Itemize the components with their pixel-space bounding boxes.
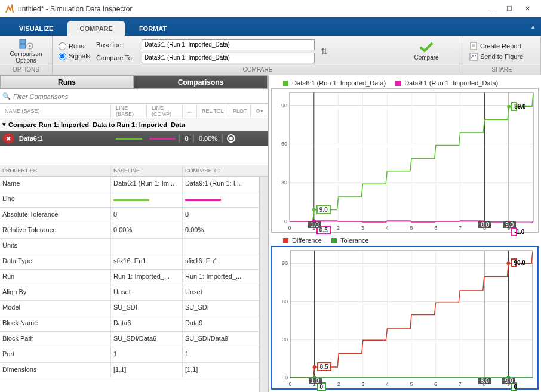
svg-text:30: 30 [281,180,287,186]
create-report-button[interactable]: Create Report [469,42,523,50]
filter-input[interactable] [13,93,265,100]
property-row: NameData6:1 (Run 1: Im...Data9:1 (Run 1:… [0,177,259,192]
property-row: Align ByUnsetUnset [0,285,259,301]
radio-signals[interactable]: Signals [59,53,90,60]
property-row: Relative Tolerance0.00%0.00% [0,223,259,239]
toolstrip-tabs: VISUALIZE COMPARE FORMAT ▴ [0,18,541,36]
svg-text:7: 7 [459,381,462,387]
svg-point-40 [312,208,316,212]
property-row: Data Typesfix16_En1sfix16_En1 [0,254,259,270]
send-to-figure-button[interactable]: Send to Figure [469,53,523,61]
right-pane: Data6:1 (Run 1: Imported_Data) Data9:1 (… [269,75,541,392]
checkmark-icon [419,41,434,53]
baseline-label: Baseline: [96,41,138,48]
tab-format[interactable]: FORMAT [127,21,179,36]
plot-radio[interactable] [222,134,239,143]
svg-rect-7 [470,53,477,60]
property-row: Units [0,239,259,254]
matlab-icon [5,4,14,14]
subtab-comparisons[interactable]: Comparisons [134,75,268,89]
svg-text:0: 0 [288,381,291,387]
group-label-options: OPTIONS [0,64,52,75]
collapse-toolstrip-icon[interactable]: ▴ [531,23,535,30]
subtab-runs[interactable]: Runs [0,75,134,89]
left-pane: Runs Comparisons 🔍 NAME (BASE) LINE (BAS… [0,75,269,392]
svg-text:6: 6 [434,225,437,231]
window-title: untitled* - Simulation Data Inspector [18,5,482,13]
svg-text:7: 7 [459,225,462,231]
svg-point-41 [507,105,511,109]
svg-text:6: 6 [434,381,437,387]
options-icon [19,39,33,50]
baseline-input[interactable] [142,39,315,50]
svg-rect-1 [20,44,26,48]
property-row: ModelSU_SDISU_SDI [0,301,259,316]
compareto-input[interactable] [142,53,315,63]
group-label-share: SHARE [463,64,540,75]
svg-text:5: 5 [410,381,413,387]
figure-icon [469,53,478,61]
comparison-options-button[interactable]: Comparison Options [6,38,46,64]
chart-difference-tolerance[interactable]: 030609001234567898.590.0001.08.09.0 [271,246,539,390]
maximize-button[interactable]: ☐ [500,3,518,15]
property-row: Block NameData6Data9 [0,316,259,332]
compareto-label: Compare To: [96,54,138,61]
scrollbar[interactable] [259,177,268,392]
radio-runs[interactable]: Runs [59,42,90,50]
main-area: Runs Comparisons 🔍 NAME (BASE) LINE (BAS… [0,75,541,392]
svg-text:0: 0 [285,375,288,381]
svg-text:3: 3 [361,225,364,231]
chart2-legend: Difference Tolerance [271,235,539,246]
property-row: Line [0,192,259,208]
svg-text:0: 0 [284,218,287,224]
chart1-legend: Data6:1 (Run 1: Imported_Data) Data9:1 (… [271,78,539,88]
property-row: Absolute Tolerance00 [0,208,259,223]
svg-point-3 [29,45,30,47]
svg-text:5: 5 [410,225,413,231]
svg-point-77 [506,261,510,265]
report-icon [469,42,478,50]
svg-text:30: 30 [282,337,288,342]
chart-baseline-compare[interactable]: 030609001234567899.089.00.5-1.01.08.09.0 [271,88,539,233]
search-icon: 🔍 [2,92,11,100]
svg-rect-0 [20,39,26,44]
swap-button[interactable]: ⇅ [321,47,328,56]
property-row: Dimensions[1,1][1,1] [0,363,259,378]
svg-text:4: 4 [386,225,389,231]
minimize-button[interactable]: — [482,3,500,15]
properties-table[interactable]: NameData6:1 (Run 1: Im...Data9:1 (Run 1:… [0,177,259,392]
svg-text:60: 60 [281,141,287,147]
svg-text:3: 3 [361,381,364,387]
error-badge-icon: ✖ [2,133,14,144]
svg-text:2: 2 [337,381,340,387]
property-row: RunRun 1: Imported_...Run 1: Imported_..… [0,270,259,285]
svg-text:90: 90 [281,103,287,109]
toolstrip: Comparison Options OPTIONS Runs Signals … [0,36,541,75]
compare-button[interactable]: Compare [396,41,457,61]
column-headers: NAME (BASE) LINE (BASE) LINE (COMP) ... … [0,104,268,118]
tab-compare[interactable]: COMPARE [67,21,124,36]
svg-text:4: 4 [386,381,389,387]
svg-text:90: 90 [282,260,288,266]
property-row: Port11 [0,347,259,363]
tab-visualize[interactable]: VISUALIZE [7,21,65,36]
close-button[interactable]: ✕ [518,3,536,15]
property-row: Block PathSU_SDI/Data6SU_SDI/Data9 [0,332,259,347]
signal-row-data6[interactable]: ✖ Data6:1 0 0.00% [0,131,268,146]
chevron-down-icon: ▾ [2,121,6,128]
svg-point-76 [313,365,316,369]
svg-text:60: 60 [282,298,288,304]
group-label-compare: COMPARE [53,64,463,75]
compare-group-row[interactable]: ▾ Compare Run 1: Imported_Data to Run 1:… [0,118,268,131]
properties-header: PROPERTIES BASELINE COMPARE TO [0,165,268,177]
titlebar: untitled* - Simulation Data Inspector — … [0,0,541,18]
svg-text:2: 2 [337,225,340,231]
svg-text:0: 0 [288,225,291,231]
